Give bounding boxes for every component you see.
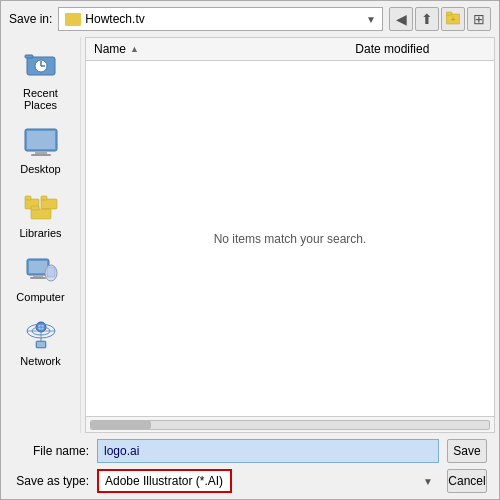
sidebar: Recent Places Desktop (1, 37, 81, 433)
svg-rect-23 (47, 267, 55, 277)
svg-rect-21 (30, 277, 46, 279)
up-button[interactable]: ⬆ (415, 7, 439, 31)
sidebar-item-recent-places[interactable]: Recent Places (3, 45, 79, 115)
sidebar-item-computer[interactable]: Computer (3, 249, 79, 307)
folder-dropdown[interactable]: Howtech.tv ▼ (58, 7, 383, 31)
filetype-select-wrapper[interactable]: Adobe Illustrator (*.AI) (97, 469, 439, 493)
new-folder-button[interactable]: + (441, 7, 465, 31)
sidebar-item-network[interactable]: Network (3, 313, 79, 371)
sidebar-item-libraries-label: Libraries (19, 227, 61, 239)
filename-label: File name: (9, 444, 89, 458)
sidebar-item-computer-label: Computer (16, 291, 64, 303)
svg-rect-14 (41, 199, 57, 209)
chevron-down-icon: ▼ (366, 14, 376, 25)
scrollbar-track[interactable] (90, 420, 490, 430)
column-date[interactable]: Date modified (355, 42, 486, 56)
filetype-label: Save as type: (9, 474, 89, 488)
sidebar-item-libraries[interactable]: Libraries (3, 185, 79, 243)
recent-places-icon (23, 49, 59, 85)
cancel-btn-area: Cancel (447, 469, 491, 493)
svg-rect-13 (25, 196, 31, 200)
svg-rect-31 (37, 342, 45, 347)
svg-rect-17 (31, 206, 39, 210)
view-icon: ⊞ (473, 11, 485, 27)
svg-rect-15 (41, 196, 47, 200)
svg-rect-4 (25, 55, 33, 58)
nav-buttons: ◀ ⬆ + ⊞ (389, 7, 491, 31)
svg-rect-9 (27, 131, 55, 149)
svg-text:+: + (451, 15, 456, 24)
filename-input[interactable] (97, 439, 439, 463)
top-bar: Save in: Howtech.tv ▼ ◀ ⬆ + (1, 1, 499, 37)
file-list-area: Name ▲ Date modified No items match your… (85, 37, 495, 433)
new-folder-icon: + (446, 11, 460, 28)
sidebar-item-desktop-label: Desktop (20, 163, 60, 175)
empty-message: No items match your search. (214, 232, 367, 246)
file-list-body: No items match your search. (86, 61, 494, 416)
column-name[interactable]: Name ▲ (94, 42, 355, 56)
folder-label: Howtech.tv (85, 12, 362, 26)
up-icon: ⬆ (421, 11, 433, 27)
main-area: Recent Places Desktop (1, 37, 499, 433)
svg-rect-19 (29, 261, 47, 273)
filetype-select[interactable]: Adobe Illustrator (*.AI) (97, 469, 232, 493)
column-name-label: Name (94, 42, 126, 56)
sidebar-item-desktop[interactable]: Desktop (3, 121, 79, 179)
desktop-icon (23, 125, 59, 161)
folder-icon (65, 13, 81, 26)
save-in-label: Save in: (9, 12, 52, 26)
sort-arrow-icon: ▲ (130, 44, 139, 54)
save-dialog: Save in: Howtech.tv ▼ ◀ ⬆ + (0, 0, 500, 500)
libraries-icon (23, 189, 59, 225)
view-button[interactable]: ⊞ (467, 7, 491, 31)
svg-rect-11 (31, 154, 51, 156)
filename-row: File name: Save (9, 439, 491, 463)
save-btn-area: Save (447, 439, 491, 463)
column-date-label: Date modified (355, 42, 429, 56)
sidebar-item-recent-places-label: Recent Places (11, 87, 71, 111)
network-icon (23, 317, 59, 353)
back-button[interactable]: ◀ (389, 7, 413, 31)
filetype-row: Save as type: Adobe Illustrator (*.AI) C… (9, 469, 491, 493)
svg-rect-16 (31, 209, 51, 219)
bottom-fields: File name: Save Save as type: Adobe Illu… (1, 433, 499, 499)
sidebar-item-network-label: Network (20, 355, 60, 367)
file-list-header: Name ▲ Date modified (86, 38, 494, 61)
horizontal-scrollbar[interactable] (86, 416, 494, 432)
computer-icon (23, 253, 59, 289)
back-icon: ◀ (396, 11, 407, 27)
cancel-button[interactable]: Cancel (447, 469, 487, 493)
scrollbar-thumb[interactable] (91, 421, 151, 429)
save-button[interactable]: Save (447, 439, 487, 463)
